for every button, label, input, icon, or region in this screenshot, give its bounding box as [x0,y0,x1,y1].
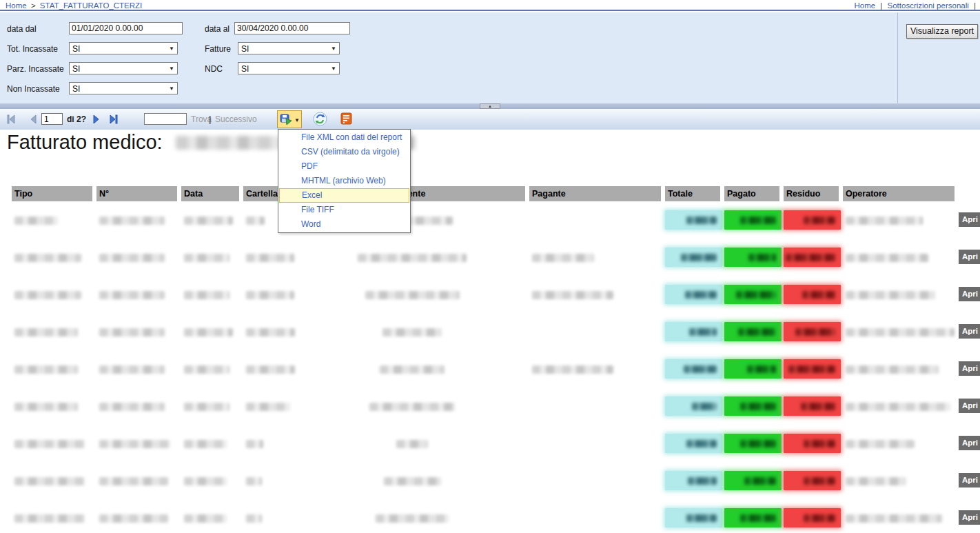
personal-subscriptions-link[interactable]: Sottoscrizioni personali [888,1,969,10]
pagato-redacted-value [744,477,776,485]
totale-amount-cell [665,322,722,341]
apri-button[interactable]: Apri F [959,212,980,227]
export-save-icon [280,114,293,126]
data-dal-input[interactable] [69,22,183,34]
dropdown-arrow-icon: ▼ [331,66,336,72]
fatture-value: SI [241,44,249,54]
residuo-redacted-value [795,328,835,336]
pagato-redacted-value [740,403,776,410]
tipo-redacted-text [14,291,81,299]
apri-button[interactable]: Apri F [959,250,980,264]
data-al-input[interactable] [234,22,350,34]
pagato-redacted-value [747,365,776,373]
cliente-redacted-text [358,254,467,262]
operatore-redacted-text [846,514,942,523]
cartella-redacted-text [246,291,294,299]
residuo-amount-cell [784,508,841,527]
cartella-redacted-text [246,217,265,225]
export-menu-item-mhtml[interactable]: MHTML (archivio Web) [278,174,410,188]
export-menu-item-excel[interactable]: Excel [279,188,409,203]
last-page-icon[interactable] [108,114,119,125]
table-row: Apri F [0,239,980,276]
data-redacted-text [184,291,229,299]
fatture-select[interactable]: SI ▼ [238,42,340,54]
pagato-amount-cell [724,508,782,527]
operatore-redacted-text [846,217,923,225]
totale-amount-cell [665,210,722,230]
numero-redacted-text [99,365,165,374]
find-next-link[interactable]: Successivo [215,114,257,124]
export-menu-item-file[interactable]: File XML con dati del report [278,130,410,145]
view-report-button[interactable]: Visualizza report [906,24,978,39]
breadcrumb-current-report-link[interactable]: STAT_FATTURATO_CTERZI [40,1,142,10]
operatore-redacted-text [846,477,906,485]
previous-page-icon[interactable] [28,114,39,125]
numero-redacted-text [99,328,165,336]
apri-button[interactable]: Apri F [959,473,980,487]
first-page-icon[interactable] [6,114,17,125]
residuo-redacted-value [804,477,835,485]
parz-incassate-select[interactable]: SI ▼ [69,62,178,74]
search-input[interactable] [144,113,187,125]
residuo-redacted-value [802,291,835,299]
column-header-residuo: Residuo [784,186,839,201]
table-row: Apri F [0,350,980,388]
fatture-label: Fatture [205,44,231,54]
data-redacted-text [184,477,227,485]
residuo-amount-cell [784,471,841,490]
collapse-parameters-button[interactable]: ▲ [480,103,500,109]
tipo-redacted-text [14,440,85,448]
apri-button[interactable]: Apri F [959,324,980,339]
totale-amount-cell [665,359,722,379]
report-title-prefix: Fatturato medico: [7,131,163,153]
breadcrumb-separator: > [31,1,36,10]
non-incassate-label: Non Incassate [7,84,60,94]
column-header-tipo: Tipo [12,186,92,201]
column-header-pagato: Pagato [724,186,779,201]
export-menu-item-word[interactable]: Word [278,217,410,232]
export-dropdown-caret-icon: ▼ [294,117,300,123]
home-link[interactable]: Home [854,1,875,10]
residuo-amount-cell [784,359,841,379]
data-dal-label: data dal [7,24,37,34]
export-menu-item-csv[interactable]: CSV (delimitato da virgole) [278,145,410,159]
column-header-pagante: Pagante [529,186,661,201]
report-viewer-page: Home > STAT_FATTURATO_CTERZI Home | Sott… [0,0,980,533]
tot-incassate-value: SI [72,44,80,54]
refresh-icon[interactable] [313,112,327,126]
residuo-amount-cell [784,248,841,267]
data-redacted-text [184,328,233,336]
totale-amount-cell [665,434,722,453]
ndc-label: NDC [205,64,223,74]
cartella-redacted-text [246,254,294,262]
apri-button[interactable]: Apri F [959,436,980,450]
non-incassate-select[interactable]: SI ▼ [69,82,178,94]
data-al-label: data al [205,24,229,34]
residuo-redacted-value [804,440,835,447]
ndc-select[interactable]: SI ▼ [238,62,340,74]
breadcrumb: Home > STAT_FATTURATO_CTERZI [6,1,142,10]
dropdown-arrow-icon: ▼ [169,46,174,52]
operatore-redacted-text [846,403,950,411]
dropdown-arrow-icon: ▼ [169,66,174,72]
numero-redacted-text [99,440,170,448]
totale-amount-cell [665,396,722,416]
dropdown-arrow-icon: ▼ [169,86,174,92]
current-page-input[interactable] [41,113,63,125]
apri-button[interactable]: Apri F [959,287,980,301]
next-page-icon[interactable] [91,114,102,125]
export-menu-item-file[interactable]: File TIFF [278,203,410,217]
apri-button[interactable]: Apri F [959,361,980,376]
tipo-redacted-text [14,514,85,523]
residuo-amount-cell [784,396,841,416]
breadcrumb-home-link[interactable]: Home [6,1,27,10]
table-row: Apri F [0,276,980,313]
apri-button[interactable]: Apri F [959,399,980,413]
tot-incassate-select[interactable]: SI ▼ [69,42,178,54]
export-menu-item-pdf[interactable]: PDF [278,159,410,174]
apri-button[interactable]: Apri F [959,510,980,525]
data-redacted-text [184,403,229,411]
export-button[interactable]: ▼ [277,110,302,128]
pagato-amount-cell [724,359,782,379]
data-feed-icon[interactable] [340,112,352,125]
